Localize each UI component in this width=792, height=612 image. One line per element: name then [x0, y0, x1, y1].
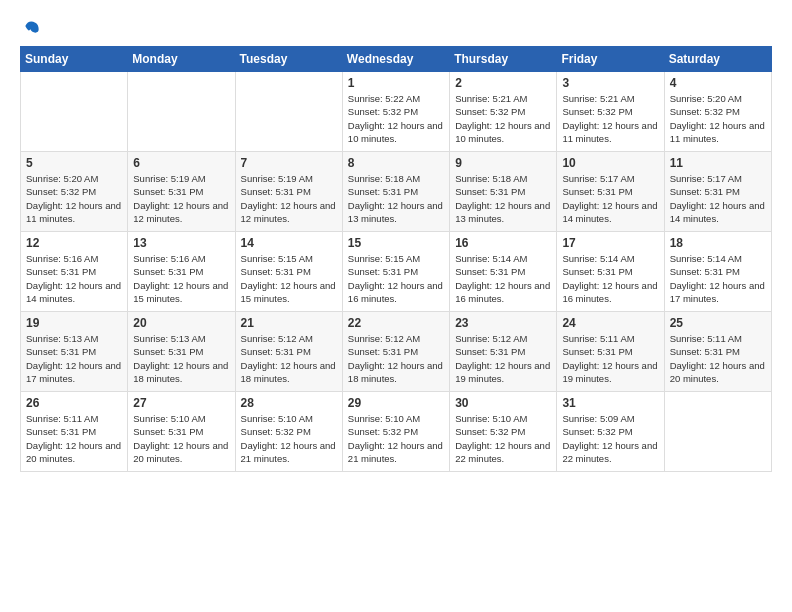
sunrise-text: Sunrise: 5:16 AM	[26, 253, 98, 264]
calendar-cell: 17 Sunrise: 5:14 AM Sunset: 5:31 PM Dayl…	[557, 232, 664, 312]
calendar-cell: 16 Sunrise: 5:14 AM Sunset: 5:31 PM Dayl…	[450, 232, 557, 312]
weekday-header-saturday: Saturday	[664, 47, 771, 72]
daylight-text: Daylight: 12 hours and 10 minutes.	[348, 120, 443, 144]
sunset-text: Sunset: 5:32 PM	[562, 426, 632, 437]
day-info: Sunrise: 5:10 AM Sunset: 5:32 PM Dayligh…	[241, 412, 337, 465]
day-info: Sunrise: 5:17 AM Sunset: 5:31 PM Dayligh…	[562, 172, 658, 225]
week-row-3: 12 Sunrise: 5:16 AM Sunset: 5:31 PM Dayl…	[21, 232, 772, 312]
sunrise-text: Sunrise: 5:10 AM	[348, 413, 420, 424]
day-info: Sunrise: 5:12 AM Sunset: 5:31 PM Dayligh…	[455, 332, 551, 385]
calendar-cell: 27 Sunrise: 5:10 AM Sunset: 5:31 PM Dayl…	[128, 392, 235, 472]
sunrise-text: Sunrise: 5:17 AM	[670, 173, 742, 184]
sunset-text: Sunset: 5:31 PM	[241, 186, 311, 197]
logo	[20, 16, 42, 36]
calendar-container: SundayMondayTuesdayWednesdayThursdayFrid…	[0, 0, 792, 482]
calendar-cell: 20 Sunrise: 5:13 AM Sunset: 5:31 PM Dayl…	[128, 312, 235, 392]
calendar-cell: 3 Sunrise: 5:21 AM Sunset: 5:32 PM Dayli…	[557, 72, 664, 152]
day-info: Sunrise: 5:19 AM Sunset: 5:31 PM Dayligh…	[133, 172, 229, 225]
sunset-text: Sunset: 5:32 PM	[241, 426, 311, 437]
calendar-cell: 12 Sunrise: 5:16 AM Sunset: 5:31 PM Dayl…	[21, 232, 128, 312]
day-number: 8	[348, 156, 444, 170]
daylight-text: Daylight: 12 hours and 18 minutes.	[133, 360, 228, 384]
day-info: Sunrise: 5:10 AM Sunset: 5:32 PM Dayligh…	[348, 412, 444, 465]
calendar-cell: 11 Sunrise: 5:17 AM Sunset: 5:31 PM Dayl…	[664, 152, 771, 232]
day-number: 2	[455, 76, 551, 90]
sunrise-text: Sunrise: 5:13 AM	[26, 333, 98, 344]
daylight-text: Daylight: 12 hours and 14 minutes.	[670, 200, 765, 224]
sunset-text: Sunset: 5:31 PM	[348, 186, 418, 197]
sunrise-text: Sunrise: 5:10 AM	[241, 413, 313, 424]
day-info: Sunrise: 5:11 AM Sunset: 5:31 PM Dayligh…	[670, 332, 766, 385]
sunrise-text: Sunrise: 5:22 AM	[348, 93, 420, 104]
day-number: 24	[562, 316, 658, 330]
calendar-cell: 23 Sunrise: 5:12 AM Sunset: 5:31 PM Dayl…	[450, 312, 557, 392]
weekday-header-wednesday: Wednesday	[342, 47, 449, 72]
calendar-cell	[664, 392, 771, 472]
daylight-text: Daylight: 12 hours and 12 minutes.	[133, 200, 228, 224]
calendar-cell: 13 Sunrise: 5:16 AM Sunset: 5:31 PM Dayl…	[128, 232, 235, 312]
sunrise-text: Sunrise: 5:10 AM	[133, 413, 205, 424]
sunrise-text: Sunrise: 5:16 AM	[133, 253, 205, 264]
day-info: Sunrise: 5:10 AM Sunset: 5:31 PM Dayligh…	[133, 412, 229, 465]
day-number: 15	[348, 236, 444, 250]
calendar-cell: 1 Sunrise: 5:22 AM Sunset: 5:32 PM Dayli…	[342, 72, 449, 152]
day-number: 10	[562, 156, 658, 170]
calendar-cell: 8 Sunrise: 5:18 AM Sunset: 5:31 PM Dayli…	[342, 152, 449, 232]
daylight-text: Daylight: 12 hours and 11 minutes.	[562, 120, 657, 144]
daylight-text: Daylight: 12 hours and 18 minutes.	[241, 360, 336, 384]
day-info: Sunrise: 5:14 AM Sunset: 5:31 PM Dayligh…	[562, 252, 658, 305]
day-number: 1	[348, 76, 444, 90]
sunrise-text: Sunrise: 5:14 AM	[562, 253, 634, 264]
daylight-text: Daylight: 12 hours and 19 minutes.	[562, 360, 657, 384]
calendar-cell: 25 Sunrise: 5:11 AM Sunset: 5:31 PM Dayl…	[664, 312, 771, 392]
sunset-text: Sunset: 5:31 PM	[26, 426, 96, 437]
weekday-header-tuesday: Tuesday	[235, 47, 342, 72]
sunrise-text: Sunrise: 5:12 AM	[455, 333, 527, 344]
day-info: Sunrise: 5:11 AM Sunset: 5:31 PM Dayligh…	[26, 412, 122, 465]
day-info: Sunrise: 5:15 AM Sunset: 5:31 PM Dayligh…	[348, 252, 444, 305]
day-number: 23	[455, 316, 551, 330]
day-number: 11	[670, 156, 766, 170]
sunrise-text: Sunrise: 5:09 AM	[562, 413, 634, 424]
day-number: 21	[241, 316, 337, 330]
sunrise-text: Sunrise: 5:19 AM	[241, 173, 313, 184]
day-number: 27	[133, 396, 229, 410]
week-row-4: 19 Sunrise: 5:13 AM Sunset: 5:31 PM Dayl…	[21, 312, 772, 392]
day-info: Sunrise: 5:20 AM Sunset: 5:32 PM Dayligh…	[670, 92, 766, 145]
sunset-text: Sunset: 5:31 PM	[562, 266, 632, 277]
sunset-text: Sunset: 5:31 PM	[133, 266, 203, 277]
sunset-text: Sunset: 5:32 PM	[348, 106, 418, 117]
day-number: 29	[348, 396, 444, 410]
daylight-text: Daylight: 12 hours and 20 minutes.	[26, 440, 121, 464]
weekday-header-friday: Friday	[557, 47, 664, 72]
daylight-text: Daylight: 12 hours and 15 minutes.	[133, 280, 228, 304]
day-number: 6	[133, 156, 229, 170]
weekday-header-monday: Monday	[128, 47, 235, 72]
sunset-text: Sunset: 5:31 PM	[133, 346, 203, 357]
calendar-cell	[235, 72, 342, 152]
daylight-text: Daylight: 12 hours and 20 minutes.	[133, 440, 228, 464]
calendar-cell: 2 Sunrise: 5:21 AM Sunset: 5:32 PM Dayli…	[450, 72, 557, 152]
calendar-cell: 6 Sunrise: 5:19 AM Sunset: 5:31 PM Dayli…	[128, 152, 235, 232]
calendar-cell: 28 Sunrise: 5:10 AM Sunset: 5:32 PM Dayl…	[235, 392, 342, 472]
day-info: Sunrise: 5:09 AM Sunset: 5:32 PM Dayligh…	[562, 412, 658, 465]
sunset-text: Sunset: 5:31 PM	[562, 346, 632, 357]
week-row-1: 1 Sunrise: 5:22 AM Sunset: 5:32 PM Dayli…	[21, 72, 772, 152]
daylight-text: Daylight: 12 hours and 11 minutes.	[26, 200, 121, 224]
day-number: 5	[26, 156, 122, 170]
day-info: Sunrise: 5:21 AM Sunset: 5:32 PM Dayligh…	[562, 92, 658, 145]
day-info: Sunrise: 5:22 AM Sunset: 5:32 PM Dayligh…	[348, 92, 444, 145]
sunrise-text: Sunrise: 5:11 AM	[670, 333, 742, 344]
header	[20, 16, 772, 36]
calendar-cell	[128, 72, 235, 152]
calendar-cell: 19 Sunrise: 5:13 AM Sunset: 5:31 PM Dayl…	[21, 312, 128, 392]
day-number: 18	[670, 236, 766, 250]
day-number: 4	[670, 76, 766, 90]
sunrise-text: Sunrise: 5:19 AM	[133, 173, 205, 184]
sunrise-text: Sunrise: 5:12 AM	[348, 333, 420, 344]
day-number: 17	[562, 236, 658, 250]
calendar-cell: 21 Sunrise: 5:12 AM Sunset: 5:31 PM Dayl…	[235, 312, 342, 392]
week-row-2: 5 Sunrise: 5:20 AM Sunset: 5:32 PM Dayli…	[21, 152, 772, 232]
calendar-cell: 14 Sunrise: 5:15 AM Sunset: 5:31 PM Dayl…	[235, 232, 342, 312]
calendar-cell: 31 Sunrise: 5:09 AM Sunset: 5:32 PM Dayl…	[557, 392, 664, 472]
